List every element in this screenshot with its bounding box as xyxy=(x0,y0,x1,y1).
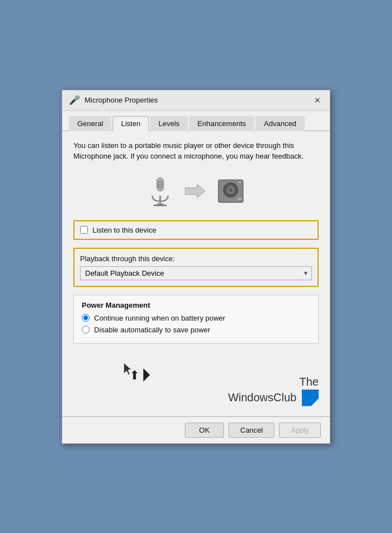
radio-continue-label[interactable]: Continue running when on battery power xyxy=(94,314,225,322)
radio-disable: Disable automatically to save power xyxy=(82,326,310,334)
playback-dropdown[interactable]: Default Playback Device Speakers (Realte… xyxy=(80,266,312,280)
tab-content-listen: You can listen to a portable music playe… xyxy=(62,131,330,416)
cursor-pointer: ⬆ ◢ xyxy=(129,368,148,383)
radio-disable-label[interactable]: Disable automatically to save power xyxy=(94,326,210,334)
svg-marker-7 xyxy=(185,184,205,198)
title-bar-left: 🎤 Microphone Properties xyxy=(69,95,158,105)
speaker-icon xyxy=(216,177,245,206)
svg-point-11 xyxy=(229,188,232,192)
listen-description: You can listen to a portable music playe… xyxy=(73,140,319,162)
title-bar: 🎤 Microphone Properties ✕ xyxy=(62,90,330,111)
dialog-icon: 🎤 xyxy=(69,95,80,105)
radio-continue: Continue running when on battery power xyxy=(82,314,310,322)
mouse-cursor-icon xyxy=(124,363,135,378)
listen-device-group: Listen to this device xyxy=(73,220,319,240)
apply-button[interactable]: Apply xyxy=(279,423,321,438)
tab-advanced[interactable]: Advanced xyxy=(255,116,305,131)
dialog-window: 🎤 Microphone Properties ✕ General Listen… xyxy=(62,90,330,444)
tab-levels[interactable]: Levels xyxy=(150,116,188,131)
playback-group: Playback through this device: Default Pl… xyxy=(73,248,319,287)
watermark-logo xyxy=(302,390,319,406)
cancel-button[interactable]: Cancel xyxy=(228,423,274,438)
tab-listen[interactable]: Listen xyxy=(113,116,149,131)
playback-dropdown-wrapper: Default Playback Device Speakers (Realte… xyxy=(80,266,312,280)
radio-continue-input[interactable] xyxy=(82,314,90,322)
svg-point-12 xyxy=(239,181,241,183)
bottom-section: ⬆ ◢ The WindowsClub xyxy=(73,351,319,407)
watermark-line2: WindowsClub xyxy=(228,391,296,404)
power-management-title: Power Management xyxy=(82,301,310,309)
radio-disable-input[interactable] xyxy=(82,326,90,333)
close-button[interactable]: ✕ xyxy=(312,95,323,106)
tab-general[interactable]: General xyxy=(69,116,111,131)
listen-device-label[interactable]: Listen to this device xyxy=(92,226,156,234)
dialog-title: Microphone Properties xyxy=(85,96,158,104)
svg-rect-1 xyxy=(153,205,167,206)
listen-device-checkbox[interactable] xyxy=(80,226,88,234)
ok-button[interactable]: OK xyxy=(185,423,224,438)
microphone-icon xyxy=(147,174,174,208)
dialog-footer: OK Cancel Apply xyxy=(62,416,330,443)
device-illustration xyxy=(73,170,319,212)
svg-marker-14 xyxy=(124,363,132,375)
svg-rect-13 xyxy=(237,198,242,200)
arrow-icon xyxy=(185,183,205,199)
content-area: You can listen to a portable music playe… xyxy=(62,131,330,416)
playback-label: Playback through this device: xyxy=(80,254,312,263)
power-management-group: Power Management Continue running when o… xyxy=(73,295,319,344)
tab-enhancements[interactable]: Enhancements xyxy=(189,116,255,131)
svg-rect-2 xyxy=(160,196,161,205)
tab-bar: General Listen Levels Enhancements Advan… xyxy=(62,111,330,131)
watermark-line1: The xyxy=(300,376,319,388)
watermark: The WindowsClub xyxy=(228,374,319,407)
